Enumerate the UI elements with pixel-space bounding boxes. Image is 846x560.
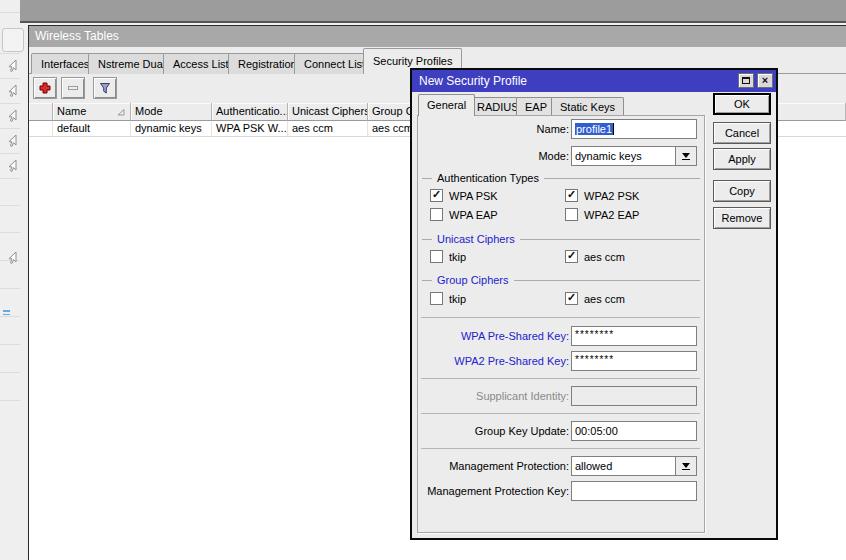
dropdown-icon-bar xyxy=(682,469,690,470)
apply-button[interactable]: Apply xyxy=(713,148,771,170)
supplicant-label: Supplicant Identity: xyxy=(414,386,569,406)
left-menu-strip xyxy=(0,0,27,560)
group-aes-checkbox[interactable]: ✓ xyxy=(565,292,578,305)
wpa-key-row: WPA Pre-Shared Key: ******** xyxy=(414,326,704,346)
auth-row-2: WPA EAP WPA2 EAP xyxy=(412,208,704,222)
group-ciphers-title: Group Ciphers xyxy=(432,273,514,287)
cancel-button[interactable]: Cancel xyxy=(713,122,771,144)
unicast-ciphers-title: Unicast Ciphers xyxy=(432,232,520,246)
wpa2-psk-label: WPA2 PSK xyxy=(584,189,639,203)
unicast-tkip-checkbox[interactable] xyxy=(430,250,443,263)
separator xyxy=(0,400,20,401)
column-header-unicast[interactable]: Unicast Ciphers xyxy=(288,103,368,121)
mgmt-protection-key-input[interactable] xyxy=(571,481,697,501)
mgmt-protection-dropdown-button[interactable] xyxy=(675,457,696,475)
auth-types-section: Authentication Types xyxy=(422,171,700,185)
wpa2-key-input[interactable]: ******** xyxy=(571,351,697,371)
separator xyxy=(0,153,20,154)
separator xyxy=(0,232,20,233)
ok-button[interactable]: OK xyxy=(713,93,771,115)
column-header-mode[interactable]: Mode xyxy=(131,103,212,121)
separator xyxy=(0,372,20,373)
wpa2-eap-checkbox[interactable] xyxy=(565,208,578,221)
separator xyxy=(0,53,20,54)
mode-label: Mode: xyxy=(414,146,569,166)
separator xyxy=(0,288,20,289)
close-icon: × xyxy=(762,75,768,86)
dialog-tab-static-keys[interactable]: Static Keys xyxy=(551,97,624,116)
check-icon: ✓ xyxy=(567,249,576,262)
group-tkip-label: tkip xyxy=(449,292,466,306)
separator xyxy=(0,128,20,129)
wpa2-psk-checkbox[interactable]: ✓ xyxy=(565,189,578,202)
unicast-aes-checkbox[interactable]: ✓ xyxy=(565,250,578,263)
wpa-key-label: WPA Pre-Shared Key: xyxy=(414,326,569,346)
workspace-band xyxy=(20,0,846,23)
dropdown-icon xyxy=(682,463,690,468)
mode-value: dynamic keys xyxy=(575,150,642,162)
separator xyxy=(0,316,20,317)
separator xyxy=(0,103,20,104)
group-aes-label: aes ccm xyxy=(584,292,625,306)
dialog-titlebar[interactable]: New Security Profile xyxy=(412,70,776,92)
mode-row: Mode: dynamic keys xyxy=(414,146,704,166)
column-header-authentication[interactable]: Authenticatio... xyxy=(212,103,288,121)
mgmt-protection-select[interactable]: allowed xyxy=(571,456,697,476)
group-key-update-input[interactable]: 00:05:00 xyxy=(571,421,697,441)
group-ciphers-section: Group Ciphers xyxy=(422,273,700,287)
unicast-aes-label: aes ccm xyxy=(584,250,625,264)
group-tkip-checkbox[interactable] xyxy=(430,292,443,305)
window-titlebar[interactable]: Wireless Tables xyxy=(29,26,846,47)
supplicant-input xyxy=(571,386,697,406)
menu-arrow-icon[interactable] xyxy=(6,159,20,173)
separator xyxy=(0,178,20,179)
supplicant-row: Supplicant Identity: xyxy=(414,386,704,406)
group-key-update-label: Group Key Update: xyxy=(414,421,569,441)
remove-button[interactable]: Remove xyxy=(713,207,771,229)
mode-dropdown-button[interactable] xyxy=(675,147,696,165)
check-icon: ✓ xyxy=(567,188,576,201)
mode-select[interactable]: dynamic keys xyxy=(571,146,697,166)
auth-row-1: ✓ WPA PSK ✓ WPA2 PSK xyxy=(412,189,704,203)
name-label: Name: xyxy=(414,119,569,139)
add-button[interactable] xyxy=(33,77,57,99)
cell-gutter xyxy=(29,121,53,136)
sort-asc-icon xyxy=(117,109,125,116)
menu-arrow-icon[interactable] xyxy=(6,134,20,148)
separator xyxy=(0,78,20,79)
remove-button[interactable] xyxy=(61,77,85,99)
wpa-eap-checkbox[interactable] xyxy=(430,208,443,221)
mgmt-protection-row: Management Protection: allowed xyxy=(414,456,704,476)
menu-arrow-icon[interactable] xyxy=(6,84,20,98)
separator xyxy=(0,12,20,13)
wpa-eap-label: WPA EAP xyxy=(449,208,498,222)
menu-arrow-icon[interactable] xyxy=(6,109,20,123)
name-input[interactable]: profile1 xyxy=(571,119,697,139)
maximize-icon xyxy=(742,77,750,84)
wpa-psk-checkbox[interactable]: ✓ xyxy=(430,189,443,202)
menu-arrow-icon[interactable] xyxy=(6,251,20,265)
mgmt-protection-key-label: Management Protection Key: xyxy=(414,481,569,501)
wpa2-key-label: WPA2 Pre-Shared Key: xyxy=(414,351,569,371)
text-caret xyxy=(613,123,614,135)
mgmt-protection-value: allowed xyxy=(575,460,612,472)
column-header-name[interactable]: Name xyxy=(53,103,131,121)
wpa-key-input[interactable]: ******** xyxy=(571,326,697,346)
maximize-button[interactable] xyxy=(738,73,754,88)
copy-button[interactable]: Copy xyxy=(713,180,771,202)
name-row: Name: profile1 xyxy=(414,119,704,139)
filter-button[interactable] xyxy=(93,77,117,99)
group-row: tkip ✓ aes ccm xyxy=(412,292,704,306)
unicast-row: tkip ✓ aes ccm xyxy=(412,250,704,264)
dialog-tab-eap[interactable]: EAP xyxy=(516,97,556,116)
column-header-gutter[interactable] xyxy=(29,103,53,121)
cell-authentication: WPA PSK W... xyxy=(212,121,288,136)
menu-button-partial[interactable] xyxy=(2,28,24,52)
separator xyxy=(421,317,700,318)
mgmt-protection-key-row: Management Protection Key: xyxy=(414,481,704,501)
cell-name: default xyxy=(53,121,131,136)
dialog-tab-general[interactable]: General xyxy=(418,94,475,116)
menu-arrow-icon[interactable] xyxy=(6,59,20,73)
close-button[interactable]: × xyxy=(757,73,773,88)
separator xyxy=(0,344,20,345)
